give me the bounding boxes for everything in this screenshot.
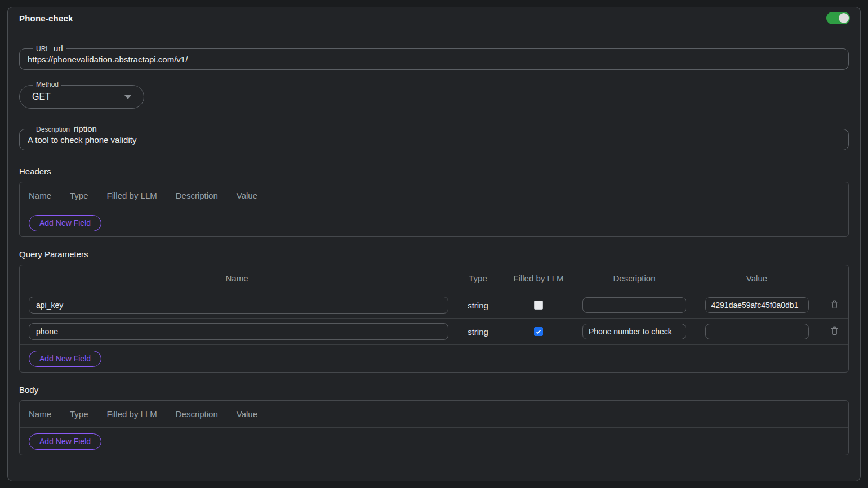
headers-col-value: Value — [237, 191, 257, 200]
body-section-title: Body — [19, 385, 849, 395]
param-type: string — [454, 301, 502, 310]
url-field: URL url — [19, 48, 849, 70]
param-name-input[interactable] — [29, 297, 448, 314]
url-input[interactable] — [20, 49, 848, 69]
enabled-toggle[interactable] — [826, 12, 850, 24]
param-name-input[interactable] — [29, 323, 448, 340]
qp-col-filled: Filled by LLM — [502, 274, 575, 283]
headers-table-head: Name Type Filled by LLM Description Valu… — [20, 182, 848, 209]
url-label-large: url — [54, 43, 63, 53]
tool-config-card: Phone-check URL url Method GET Descripti… — [7, 7, 861, 481]
param-value-input[interactable] — [705, 297, 809, 313]
page-title: Phone-check — [19, 14, 73, 23]
table-row: string — [20, 319, 848, 345]
param-description-input[interactable] — [582, 297, 686, 313]
body-col-type: Type — [70, 409, 88, 419]
headers-col-type: Type — [70, 191, 88, 200]
trash-icon — [830, 326, 839, 336]
param-type: string — [454, 327, 502, 337]
description-field-label: Description ription — [33, 124, 100, 135]
qp-col-description: Description — [575, 274, 693, 283]
headers-section-title: Headers — [19, 167, 849, 176]
query-parameters-panel: Name Type Filled by LLM Description Valu… — [19, 265, 849, 373]
query-parameters-section-title: Query Parameters — [19, 249, 849, 259]
headers-col-filled: Filled by LLM — [107, 191, 157, 200]
top-bar: Phone-check — [8, 7, 860, 29]
qp-col-name: Name — [20, 274, 454, 283]
body-col-filled: Filled by LLM — [107, 409, 157, 419]
query-parameters-add-field-button[interactable]: Add New Field — [29, 351, 101, 367]
body-col-name: Name — [29, 409, 51, 419]
body-table-head: Name Type Filled by LLM Description Valu… — [20, 401, 848, 428]
url-field-label: URL url — [33, 43, 66, 54]
description-field: Description ription — [19, 129, 849, 150]
body-col-description: Description — [176, 409, 218, 419]
body-col-value: Value — [237, 409, 257, 419]
filled-by-llm-checkbox[interactable] — [534, 301, 543, 310]
delete-row-button[interactable] — [830, 299, 839, 311]
url-label-small: URL — [36, 44, 50, 54]
query-parameters-table-head: Name Type Filled by LLM Description Valu… — [20, 265, 848, 292]
body-add-field-button[interactable]: Add New Field — [29, 433, 101, 450]
trash-icon — [830, 299, 839, 310]
headers-col-name: Name — [29, 191, 51, 200]
qp-col-type: Type — [454, 274, 502, 283]
toggle-knob — [839, 13, 849, 23]
description-label-small: Description — [36, 124, 70, 135]
headers-add-field-button[interactable]: Add New Field — [29, 215, 101, 231]
chevron-down-icon — [124, 95, 131, 99]
method-select[interactable]: Method GET — [19, 85, 144, 109]
method-value: GET — [32, 92, 51, 102]
param-description-input[interactable] — [582, 324, 686, 339]
table-row: string — [20, 292, 848, 319]
method-label: Method — [33, 80, 61, 88]
description-input[interactable] — [20, 129, 848, 150]
delete-row-button[interactable] — [830, 326, 839, 338]
headers-col-description: Description — [176, 191, 218, 200]
headers-panel: Name Type Filled by LLM Description Valu… — [19, 182, 849, 237]
qp-col-value: Value — [693, 274, 820, 283]
description-label-large: ription — [74, 124, 97, 134]
param-value-input[interactable] — [705, 324, 809, 339]
filled-by-llm-checkbox[interactable] — [534, 327, 543, 336]
body-panel: Name Type Filled by LLM Description Valu… — [19, 400, 849, 455]
check-icon — [535, 328, 542, 335]
